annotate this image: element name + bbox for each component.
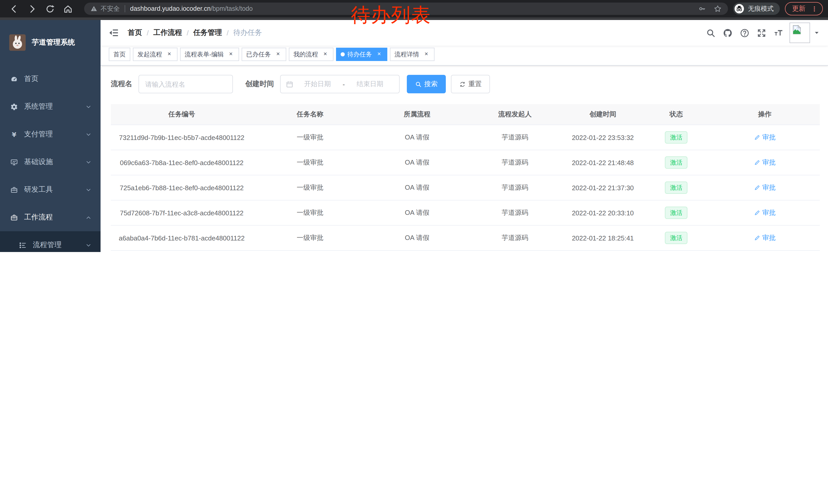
sidebar-item-dev-tools[interactable]: 研发工具 bbox=[0, 176, 100, 203]
breadcrumb-separator: / bbox=[227, 29, 229, 37]
cell-process: OA 请假 bbox=[368, 200, 467, 225]
tab-close-icon[interactable] bbox=[227, 51, 235, 58]
cell-task-id: 8f0d1619-7ac8-11ec-a9e2-a2380e71991a bbox=[111, 250, 253, 252]
breadcrumb-home[interactable]: 首页 bbox=[128, 28, 142, 37]
cell-created: 2022-01-22 20:33:10 bbox=[563, 200, 643, 225]
browser-menu-kebab-icon[interactable] bbox=[811, 5, 818, 12]
breadcrumb-separator: / bbox=[147, 29, 149, 37]
app-title: 芋道管理系统 bbox=[32, 38, 75, 47]
sidebar-item-infrastructure[interactable]: 基础设施 bbox=[0, 148, 100, 176]
navbar: 首页 / 工作流程 / 任务管理 / 待办任务 bbox=[100, 20, 828, 46]
cell-starter: 芋道源码 bbox=[466, 200, 563, 225]
table-row: 8f0d1619-7ac8-11ec-a9e2-a2380e71991a 1.2… bbox=[111, 250, 820, 252]
github-icon[interactable] bbox=[723, 28, 733, 38]
sidebar-item-workflow[interactable]: 工作流程 bbox=[0, 203, 100, 231]
avatar-caret-down-icon[interactable] bbox=[814, 30, 820, 36]
avatar[interactable] bbox=[790, 22, 810, 43]
table-row: a6aba0a4-7b6d-11ec-b781-acde48001122 一级审… bbox=[111, 225, 820, 250]
approve-button[interactable]: 审批 bbox=[754, 158, 776, 167]
column-header-created: 创建时间 bbox=[563, 104, 643, 125]
url-host[interactable]: dashboard.yudao.iocoder.cn bbox=[130, 5, 211, 12]
breadcrumb-task-management[interactable]: 任务管理 bbox=[194, 28, 222, 37]
tab[interactable]: 首页 bbox=[109, 48, 130, 61]
cell-process: OA 请假 bbox=[368, 150, 467, 175]
list-icon bbox=[19, 241, 27, 249]
create-time-label: 创建时间 bbox=[245, 80, 274, 89]
bookmark-star-icon[interactable] bbox=[714, 5, 722, 13]
cell-task-name: 一级审批 bbox=[253, 225, 368, 250]
search-icon bbox=[415, 81, 422, 87]
todo-task-table: 任务编号 任务名称 所属流程 流程发起人 创建时间 状态 操作 73211 bbox=[111, 104, 820, 252]
tab-close-icon[interactable] bbox=[322, 51, 329, 58]
search-icon[interactable] bbox=[706, 28, 716, 38]
approve-button[interactable]: 审批 bbox=[754, 233, 776, 242]
tab[interactable]: 流程详情 bbox=[390, 48, 434, 61]
browser-forward-icon[interactable] bbox=[27, 4, 37, 13]
dashboard-icon bbox=[10, 75, 18, 83]
url-path[interactable]: /bpm/task/todo bbox=[211, 5, 253, 12]
tab-close-icon[interactable] bbox=[275, 51, 282, 58]
sidebar-item-process-management[interactable]: 流程管理 bbox=[0, 231, 100, 252]
start-date-placeholder[interactable]: 开始日期 bbox=[293, 80, 342, 89]
browser-update-button[interactable]: 更新 bbox=[785, 2, 823, 15]
tab-close-icon[interactable] bbox=[423, 51, 430, 58]
sidebar-item-label: 流程管理 bbox=[33, 240, 61, 250]
breadcrumb-current: 待办任务 bbox=[233, 28, 262, 37]
approve-button[interactable]: 审批 bbox=[754, 133, 776, 142]
cell-task-id: 069c6a63-7b8a-11ec-8ef0-acde48001122 bbox=[111, 150, 253, 175]
tab-close-icon[interactable] bbox=[376, 51, 383, 58]
breadcrumb-workflow[interactable]: 工作流程 bbox=[153, 28, 182, 37]
cell-starter: 芋道源码 bbox=[466, 125, 563, 150]
sidebar-item-home[interactable]: 首页 bbox=[0, 65, 100, 93]
table-row: 069c6a63-7b8a-11ec-8ef0-acde48001122 一级审… bbox=[111, 150, 820, 175]
cell-created: 2022-01-22 21:37:30 bbox=[563, 175, 643, 200]
chevron-down-icon bbox=[86, 187, 91, 192]
reset-button[interactable]: 重置 bbox=[451, 75, 490, 93]
update-label[interactable]: 更新 bbox=[792, 4, 805, 13]
cell-task-id: 73211d9d-7b9b-11ec-b5b7-acde48001122 bbox=[111, 125, 253, 150]
chevron-down-icon bbox=[86, 132, 91, 137]
sidebar-item-system[interactable]: 系统管理 bbox=[0, 93, 100, 121]
column-header-starter: 流程发起人 bbox=[466, 104, 563, 125]
pencil-icon bbox=[754, 134, 760, 140]
fullscreen-icon[interactable] bbox=[757, 28, 767, 38]
tab-label: 已办任务 bbox=[246, 50, 271, 59]
sidebar-item-payment[interactable]: 支付管理 bbox=[0, 121, 100, 148]
cell-process: 测试多审批人 bbox=[368, 250, 467, 252]
chevron-down-icon bbox=[86, 159, 91, 165]
screen: 不安全 dashboard.yudao.iocoder.cn/bpm/task/… bbox=[0, 0, 828, 252]
font-size-icon[interactable] bbox=[774, 28, 783, 38]
cell-starter: 芋道源码 bbox=[466, 175, 563, 200]
tab[interactable]: 我的流程 bbox=[289, 48, 333, 61]
pencil-icon bbox=[754, 185, 760, 191]
sidebar-item-label: 工作流程 bbox=[24, 213, 53, 222]
browser-home-icon[interactable] bbox=[63, 4, 73, 13]
column-header-task-name: 任务名称 bbox=[253, 104, 368, 125]
tab[interactable]: 已办任务 bbox=[242, 48, 286, 61]
security-label[interactable]: 不安全 bbox=[100, 4, 120, 13]
help-icon[interactable] bbox=[740, 28, 749, 38]
search-button[interactable]: 搜索 bbox=[407, 75, 446, 93]
process-name-input[interactable] bbox=[138, 75, 233, 93]
date-range-picker[interactable]: 开始日期 - 结束日期 bbox=[280, 75, 400, 93]
sidebar-fold-icon[interactable] bbox=[109, 28, 119, 38]
approve-button-label: 审批 bbox=[762, 183, 776, 192]
approve-button[interactable]: 审批 bbox=[754, 208, 776, 217]
tab-close-icon[interactable] bbox=[166, 51, 173, 58]
chevron-up-icon bbox=[86, 215, 91, 220]
status-badge: 激活 bbox=[665, 131, 688, 144]
end-date-placeholder[interactable]: 结束日期 bbox=[346, 80, 394, 89]
tab-label: 流程表单-编辑 bbox=[185, 50, 224, 59]
browser-back-icon[interactable] bbox=[9, 4, 19, 13]
approve-button[interactable]: 审批 bbox=[754, 183, 776, 192]
browser-reload-icon[interactable] bbox=[45, 4, 55, 13]
tab[interactable]: 待办任务 bbox=[336, 48, 387, 61]
tab-label: 流程详情 bbox=[395, 50, 419, 59]
cell-created: 2022-01-21 22:43:55 bbox=[563, 250, 643, 252]
tab[interactable]: 发起流程 bbox=[133, 48, 177, 61]
cell-task-name: 1.2 bbox=[253, 250, 368, 252]
chevron-down-icon bbox=[86, 242, 91, 248]
sidebar-logo[interactable]: 芋道管理系统 bbox=[0, 20, 100, 65]
key-icon[interactable] bbox=[698, 5, 706, 13]
tab[interactable]: 流程表单-编辑 bbox=[180, 48, 239, 61]
